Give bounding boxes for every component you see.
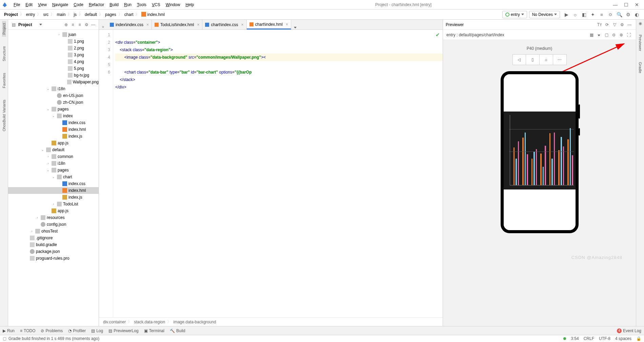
expand-icon[interactable]: ≡ — [69, 22, 76, 27]
tool-profiler[interactable]: ◔Profiler — [68, 328, 86, 333]
breadcrumb[interactable]: Project〉entry〉src〉main〉js〉default〉pages〉… — [3, 12, 166, 17]
code-content[interactable]: <div class="container"> <stack class="da… — [113, 30, 443, 317]
close-button[interactable]: ✕ — [632, 2, 642, 7]
menu-refactor[interactable]: Refactor — [86, 2, 107, 8]
crumb[interactable]: entry — [25, 12, 37, 17]
tree-node[interactable]: bg-tv.jpg — [8, 72, 99, 79]
rail-ohosbuild-variants[interactable]: OhosBuild Variants — [2, 98, 6, 133]
coverage-icon[interactable]: ◧ — [580, 11, 588, 18]
tree-node[interactable]: ›juan — [8, 31, 99, 38]
tree-node[interactable]: ⌄default — [8, 146, 99, 153]
zoom-out-icon[interactable]: ⊖ — [610, 33, 618, 37]
tree-node[interactable]: build.gradle — [8, 241, 99, 248]
tree-node[interactable]: ⌄pages — [8, 167, 99, 174]
menu-run[interactable]: Run — [121, 2, 134, 8]
tree-node[interactable]: .gitignore — [8, 235, 99, 241]
tool-build[interactable]: 🔨Build — [170, 328, 185, 333]
menu-build[interactable]: Build — [107, 2, 121, 8]
status-icon[interactable]: ▢ — [3, 336, 6, 341]
event-log[interactable]: 4Event Log — [617, 328, 641, 333]
run-config-selector[interactable]: entry — [502, 11, 527, 18]
crumb[interactable]: index.hml — [140, 12, 166, 17]
tool-run[interactable]: ▶Run — [3, 328, 15, 333]
tree-node[interactable]: ›common — [8, 153, 99, 160]
editor-tab[interactable]: chart\index.css× — [202, 20, 246, 29]
theme-icon[interactable]: ☼ — [540, 54, 553, 65]
tree-node[interactable]: index.hml — [8, 126, 99, 133]
menu-code[interactable]: Code — [71, 2, 86, 8]
tool-previewerlog[interactable]: ▤PreviewerLog — [108, 328, 138, 333]
tree-node[interactable]: 4.png — [8, 58, 99, 65]
caret-position[interactable]: 3:54 — [571, 336, 579, 341]
tree-node[interactable]: ›TodoList — [8, 201, 99, 207]
run-button[interactable]: ▶ — [563, 11, 570, 18]
project-pane-title[interactable]: Project — [17, 22, 39, 27]
zoom-in-icon[interactable]: ⊕ — [618, 33, 625, 37]
chevron-down-icon[interactable] — [39, 24, 42, 25]
collapse-icon[interactable]: ≡ — [76, 22, 83, 27]
search-icon[interactable]: 🔍 — [616, 11, 623, 18]
tree-node[interactable]: app.js — [8, 207, 99, 214]
locate-icon[interactable]: ⊕ — [63, 22, 69, 27]
tree-node[interactable]: ›ohosTest — [8, 228, 99, 235]
code-editor[interactable]: 123456 <div class="container"> <stack cl… — [99, 30, 443, 317]
tool-terminal[interactable]: ▣Terminal — [144, 328, 164, 333]
rail-favorites[interactable]: Favorites — [2, 71, 6, 90]
rail-previewer[interactable]: Previewer — [638, 33, 642, 53]
tree-node[interactable]: package.json — [8, 248, 99, 255]
tree-node[interactable]: ⌄i18n — [8, 85, 99, 92]
profile-icon[interactable]: ✦ — [589, 11, 597, 18]
filter-icon[interactable]: ▽ — [611, 22, 618, 27]
rotate-icon[interactable]: ▯ — [526, 54, 540, 65]
tree-node[interactable]: index.css — [8, 180, 99, 187]
tree-node[interactable]: en-US.json — [8, 92, 99, 99]
tree-node[interactable]: 5.png — [8, 65, 99, 72]
tree-node[interactable]: index.js — [8, 133, 99, 140]
settings-icon[interactable]: ⚙ — [624, 11, 632, 18]
rail-structure[interactable]: Structure — [2, 44, 6, 63]
encoding[interactable]: UTF-8 — [599, 336, 610, 341]
fullscreen-icon[interactable]: ⛶ — [625, 33, 632, 37]
chevron-down-icon[interactable] — [595, 33, 603, 37]
tree-node[interactable]: 2.png — [8, 45, 99, 52]
crumb[interactable]: main — [55, 12, 67, 17]
tree-node[interactable]: index.css — [8, 119, 99, 126]
tree-node[interactable]: 1.png — [8, 38, 99, 45]
tree-node[interactable]: zh-CN.json — [8, 99, 99, 106]
rail-project[interactable]: Project — [2, 21, 6, 37]
menu-help[interactable]: Help — [183, 2, 197, 8]
tree-node[interactable]: ⌄chart — [8, 174, 99, 180]
hide-icon[interactable]: — — [626, 22, 633, 27]
debug-button[interactable]: ☼ — [571, 11, 579, 18]
editor-tab[interactable]: index\index.css× — [107, 20, 152, 29]
close-icon[interactable]: × — [197, 22, 199, 27]
tool-log[interactable]: ▤Log — [91, 328, 103, 333]
grid-icon[interactable]: ▦ — [588, 33, 595, 37]
crumb[interactable]: pages — [104, 12, 118, 17]
maximize-button[interactable]: ☐ — [621, 2, 631, 7]
close-icon[interactable]: × — [241, 22, 244, 27]
back-icon[interactable]: ◁ — [512, 54, 526, 65]
tool-problems[interactable]: ⊘Problems — [41, 328, 63, 333]
lock-icon[interactable]: 🔒 — [636, 336, 641, 341]
crumb[interactable]: Project — [3, 12, 19, 17]
editor-tab[interactable]: TodoList\index.hml× — [152, 20, 202, 29]
crumb[interactable]: src — [42, 12, 50, 17]
tree-node[interactable]: index.hml — [8, 187, 99, 194]
menu-vcs[interactable]: VCS — [149, 2, 163, 8]
more-icon[interactable]: ⋯ — [553, 54, 567, 65]
indent[interactable]: 4 spaces — [615, 336, 631, 341]
refresh-icon[interactable]: ⟳ — [603, 22, 611, 27]
tree-node[interactable]: ⌄index — [8, 113, 99, 119]
crumb[interactable]: chart — [123, 12, 135, 17]
menu-view[interactable]: View — [35, 2, 49, 8]
tree-node[interactable]: ⌄pages — [8, 106, 99, 113]
crumb[interactable]: js — [72, 12, 78, 17]
device-selector[interactable]: No Devices — [529, 11, 560, 18]
gear-icon[interactable]: ⚙ — [618, 22, 626, 27]
close-icon[interactable]: × — [146, 22, 149, 27]
tree-node[interactable]: ›resources — [8, 214, 99, 221]
crop-icon[interactable]: ▢ — [603, 33, 610, 37]
structure-crumb[interactable]: image.data-background — [173, 320, 216, 324]
gear-icon[interactable]: ⚙ — [83, 22, 90, 27]
